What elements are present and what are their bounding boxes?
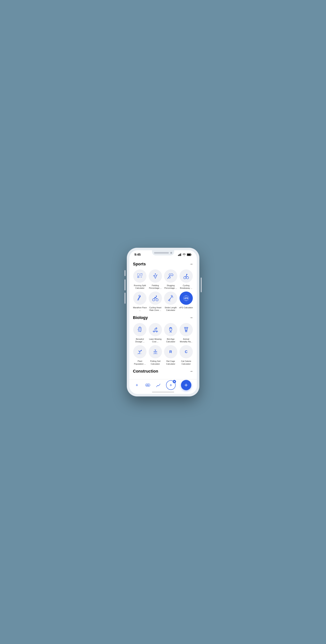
potting-soil-item[interactable]: Potting Soil Calculator [148,345,162,365]
biology-grid: Benadryl Dosage ... $ [133,323,193,365]
biology-arrow[interactable]: → [190,316,193,320]
svg-rect-3 [181,254,181,256]
cat-calorie-icon-bg: C [180,345,193,358]
fielding-percentage-item[interactable]: Fielding Percentage ... [148,270,162,290]
slugging-icon [167,272,174,280]
sports-section-header: Sports → [133,262,193,266]
animal-mortality-icon-bg [180,323,193,336]
bird-age-icon [167,326,174,333]
svg-point-14 [186,276,189,279]
plant-population-icon [136,348,143,356]
svg-text:$: $ [148,384,149,386]
running-split-icon [136,272,143,280]
close-badge-icon [174,381,175,382]
lawn-mowing-label: Lawn Mowing Cost ... [148,338,162,343]
plant-population-label: Plant Population ... [133,360,147,365]
svg-text:$: $ [146,384,147,386]
nav-create-plus: + [170,383,172,387]
nav-create-badge [173,380,176,383]
svg-point-17 [152,299,155,301]
svg-point-29 [153,331,154,332]
svg-point-40 [186,328,186,329]
volume-down-button[interactable] [124,293,125,304]
marathon-icon-bg [133,292,146,305]
marathon-icon [136,294,143,302]
wifi-icon [183,254,186,256]
cycling-heart-label: Cycling Heart Rate Zone ... [148,306,162,312]
svg-text:$: $ [156,328,157,329]
nav-chart-icon [156,382,161,388]
rat-cage-icon: R [167,348,174,356]
cycling-heart-rate-item[interactable]: Cycling Heart Rate Zone ... [148,292,162,312]
nav-plus-icon: + [135,382,140,388]
svg-rect-5 [187,254,190,256]
slugging-percentage-item[interactable]: Slugging Percentage ... [164,270,178,290]
lawn-mowing-item[interactable]: $ Lawn Mowing Cost ... [148,323,162,343]
svg-rect-2 [180,254,180,256]
fab-button[interactable]: + [181,380,191,390]
signal-icon [178,254,181,256]
bird-age-item[interactable]: Bird Age Calculator [164,323,178,343]
nav-currency-icon: $ $ [145,382,150,388]
svg-point-21 [171,296,172,296]
construction-title: Construction [133,369,158,374]
cycling-heart-icon [152,294,159,302]
plant-population-icon-bg [133,345,146,358]
animal-mortality-item[interactable]: Animal Mortality Ra... [179,323,193,343]
currency-icon: $ $ [145,382,150,388]
nav-add-item[interactable]: + [135,382,140,388]
benadryl-item[interactable]: Benadryl Dosage ... [133,323,147,343]
cat-calorie-item[interactable]: C Cat Calorie Calculator [179,345,193,365]
fielding-icon [152,272,159,280]
bird-age-icon-bg [164,323,177,336]
svg-point-9 [141,276,142,277]
volume-up-button[interactable] [124,279,125,290]
cycling-heart-icon-bg [149,292,162,305]
cycling-breakaway-item[interactable]: Cycling Breakaway ... [179,270,193,290]
svg-point-25 [139,328,140,330]
svg-point-41 [186,328,187,329]
benadryl-icon [136,326,143,333]
lawn-mowing-icon-bg: $ [149,323,162,336]
svg-point-16 [139,295,140,296]
stride-length-item[interactable]: Stride Length Calculator [164,292,178,312]
efg-calculator-item[interactable]: eFG eFG Calculator [179,292,193,312]
fielding-label: Fielding Percentage ... [148,284,162,290]
mute-button[interactable] [124,270,125,276]
home-indicator [152,392,174,392]
sports-arrow[interactable]: → [190,262,193,266]
nav-chart-item[interactable] [156,382,161,388]
svg-point-10 [155,274,156,274]
rat-cage-label: Rat Cage Calculator [164,360,178,365]
fielding-icon-bg [149,270,162,283]
svg-text:eFG: eFG [185,297,188,299]
running-split-item[interactable]: Running Split Calculator [133,270,147,290]
rat-cage-icon-bg: R [164,345,177,358]
power-button[interactable] [201,278,202,292]
nav-currency-item[interactable]: $ $ [145,382,150,388]
cycling-breakaway-label: Cycling Breakaway ... [179,284,193,290]
marathon-pace-item[interactable]: Marathon Pace ... [133,292,147,312]
lawn-mowing-icon: $ [152,326,159,333]
svg-point-30 [156,331,157,332]
svg-point-18 [156,299,158,301]
slugging-icon-bg [164,270,177,283]
animal-mortality-label: Animal Mortality Ra... [179,338,193,343]
benadryl-label: Benadryl Dosage ... [133,338,147,343]
phone-screen: 9:45 [129,250,197,394]
scroll-content[interactable]: Sports → R [129,258,197,380]
status-icons [178,254,192,256]
marathon-label: Marathon Pace ... [133,306,147,312]
svg-text:R: R [169,350,172,354]
construction-arrow[interactable]: → [190,369,193,373]
rat-cage-item[interactable]: R Rat Cage Calculator [164,345,178,365]
svg-point-20 [169,300,171,301]
plant-population-item[interactable]: Plant Population ... [133,345,147,365]
svg-text:+: + [136,382,138,388]
animal-mortality-icon [183,326,190,333]
nav-create-item[interactable]: + [166,380,176,390]
svg-point-27 [140,331,141,332]
fab-plus-icon: + [184,382,188,388]
svg-rect-0 [178,255,179,256]
stride-icon-bg [164,292,177,305]
